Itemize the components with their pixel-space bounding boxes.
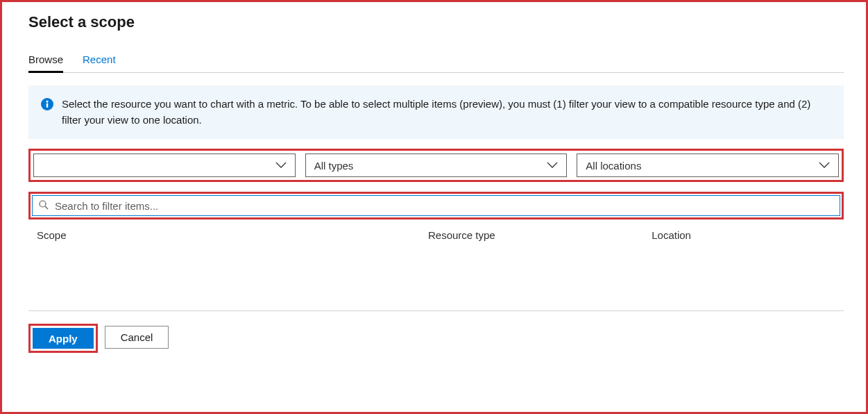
- tab-browse[interactable]: Browse: [28, 53, 63, 72]
- tab-recent[interactable]: Recent: [83, 53, 116, 72]
- apply-label: Apply: [49, 333, 78, 345]
- chevron-down-icon: [547, 160, 558, 172]
- locations-value: All locations: [586, 160, 641, 172]
- chevron-down-icon: [819, 160, 830, 172]
- apply-highlight: Apply: [28, 324, 98, 353]
- select-scope-panel: Select a scope Browse Recent Select the …: [2, 2, 866, 353]
- footer-actions: Apply Cancel: [28, 310, 844, 353]
- cancel-button[interactable]: Cancel: [105, 326, 169, 349]
- filters-row: All types All locations: [33, 154, 839, 177]
- info-bar: Select the resource you want to chart wi…: [28, 85, 844, 139]
- search-input[interactable]: [55, 200, 834, 212]
- search-box[interactable]: [32, 195, 840, 216]
- column-resource-type: Resource type: [428, 229, 652, 241]
- search-highlight: [28, 192, 844, 220]
- tabs: Browse Recent: [28, 53, 844, 73]
- subscription-dropdown[interactable]: [33, 154, 296, 177]
- column-scope: Scope: [37, 229, 428, 241]
- locations-dropdown[interactable]: All locations: [577, 154, 839, 177]
- cancel-label: Cancel: [121, 331, 153, 343]
- types-value: All types: [314, 160, 354, 172]
- search-icon: [38, 199, 49, 213]
- column-location: Location: [652, 229, 835, 241]
- info-icon: [41, 98, 53, 115]
- tab-browse-label: Browse: [28, 53, 63, 65]
- svg-line-4: [45, 206, 48, 209]
- svg-point-1: [46, 101, 49, 103]
- column-headers: Scope Resource type Location: [28, 229, 844, 241]
- chevron-down-icon: [275, 160, 287, 172]
- info-text: Select the resource you want to chart wi…: [62, 97, 831, 128]
- filters-highlight: All types All locations: [28, 149, 844, 182]
- types-dropdown[interactable]: All types: [305, 154, 568, 177]
- apply-button[interactable]: Apply: [33, 328, 94, 349]
- panel-title: Select a scope: [28, 10, 844, 31]
- svg-rect-2: [46, 103, 48, 108]
- svg-point-3: [40, 201, 46, 207]
- tab-recent-label: Recent: [83, 53, 116, 65]
